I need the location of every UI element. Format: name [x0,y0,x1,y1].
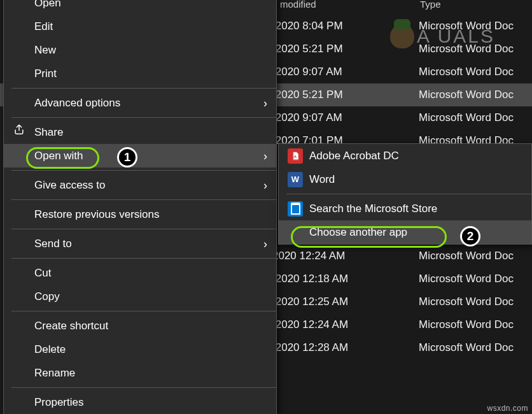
menu-item-label: Word [309,173,335,185]
cell-date-modified: /2020 8:04 PM [272,20,343,32]
microsoft-store-icon [288,201,303,217]
cell-type: Microsoft Word Doc [419,43,514,55]
menu-separator [11,229,276,229]
cell-type: Microsoft Word Doc [419,66,514,78]
menu-item-label: Choose another app [309,226,407,238]
menu-item-new[interactable]: New [4,38,276,62]
cell-type: Microsoft Word Doc [419,273,514,285]
submenu-item-choose-another-app[interactable]: Choose another app [279,220,531,244]
cell-type: Microsoft Word Doc [419,341,514,354]
word-icon: W [288,172,303,187]
menu-item-delete[interactable]: Delete [4,338,276,361]
cell-type: Microsoft Word Doc [419,250,514,262]
menu-item-share[interactable]: Share [4,120,276,144]
menu-item-label: Restore previous versions [34,208,160,220]
menu-separator [11,199,276,200]
menu-item-label: Adobe Acrobat DC [309,150,399,162]
annotation-badge-1: 1 [117,147,137,168]
menu-item-label: Create shortcut [34,320,108,332]
adobe-acrobat-icon: A [288,148,303,164]
menu-item-open-with[interactable]: Open with › [4,144,276,168]
cell-date-modified: /2020 12:18 AM [272,273,348,285]
menu-separator [11,117,276,118]
cell-date-modified: /2020 9:07 AM [272,111,342,124]
cell-date-modified: /2020 12:24 AM [272,318,348,331]
menu-separator [11,387,276,388]
annotation-badge-2: 2 [460,226,480,246]
cell-type: Microsoft Word Doc [419,89,514,101]
menu-item-label: Open with [34,150,83,162]
svg-text:A: A [294,154,297,158]
menu-item-copy[interactable]: Copy [4,285,276,308]
menu-item-label: Open [34,0,61,9]
submenu-item-adobe-acrobat[interactable]: A Adobe Acrobat DC [279,144,531,168]
cell-date-modified: /2020 9:07 AM [272,66,342,78]
cell-date-modified: 2020 12:24 AM [272,250,345,262]
menu-item-label: Print [34,68,57,80]
menu-item-label: Send to [34,238,72,250]
menu-separator [11,258,276,259]
chevron-right-icon: › [263,173,267,197]
open-with-submenu: A Adobe Acrobat DC W Word Search the Mic… [278,143,532,245]
menu-item-label: Advanced options [34,97,120,109]
chevron-right-icon: › [263,232,267,255]
cell-type: Microsoft Word Doc [419,111,514,124]
menu-separator [11,88,276,89]
cell-date-modified: /2020 12:25 AM [272,296,348,308]
submenu-item-word[interactable]: W Word [279,168,531,191]
cell-type: Microsoft Word Doc [419,318,514,331]
menu-item-advanced-options[interactable]: Advanced options › [4,91,276,115]
chevron-right-icon: › [263,91,267,115]
cell-type: Microsoft Word Doc [419,296,514,308]
menu-item-label: Share [34,126,63,138]
menu-item-label: Rename [34,367,75,379]
menu-separator [286,194,531,194]
menu-item-label: Search the Microsoft Store [309,203,437,215]
menu-item-create-shortcut[interactable]: Create shortcut [4,314,276,338]
cell-date-modified: /2020 5:21 PM [272,43,343,55]
menu-item-cut[interactable]: Cut [4,261,276,285]
context-menu: Open Edit New Print Advanced options › S… [3,0,277,414]
cell-date-modified: /2020 5:21 PM [272,89,343,101]
menu-item-edit[interactable]: Edit [4,15,276,38]
menu-item-label: New [34,44,56,56]
menu-item-print[interactable]: Print [4,62,276,85]
menu-separator [11,311,276,311]
menu-item-label: Copy [34,290,60,303]
cell-date-modified: /2020 12:28 AM [272,341,348,354]
image-credit: wsxdn.com [487,404,528,413]
cell-type: Microsoft Word Doc [419,20,514,32]
menu-item-properties[interactable]: Properties [4,390,276,414]
menu-item-label: Edit [34,20,53,32]
menu-item-label: Give access to [34,179,106,191]
menu-item-restore-previous-versions[interactable]: Restore previous versions [4,203,276,226]
chevron-right-icon: › [263,144,267,168]
menu-separator [11,170,276,171]
menu-item-label: Delete [34,343,66,355]
menu-item-label: Properties [34,396,83,408]
menu-item-rename[interactable]: Rename [4,361,276,385]
submenu-item-search-store[interactable]: Search the Microsoft Store [279,197,531,220]
menu-item-label: Cut [34,267,51,279]
menu-item-send-to[interactable]: Send to › [4,232,276,255]
column-header-type[interactable]: Type [420,0,441,10]
share-icon [13,120,25,144]
menu-item-open[interactable]: Open [4,0,276,15]
column-header-modified[interactable]: modified [280,0,316,10]
menu-item-give-access-to[interactable]: Give access to › [4,173,276,197]
